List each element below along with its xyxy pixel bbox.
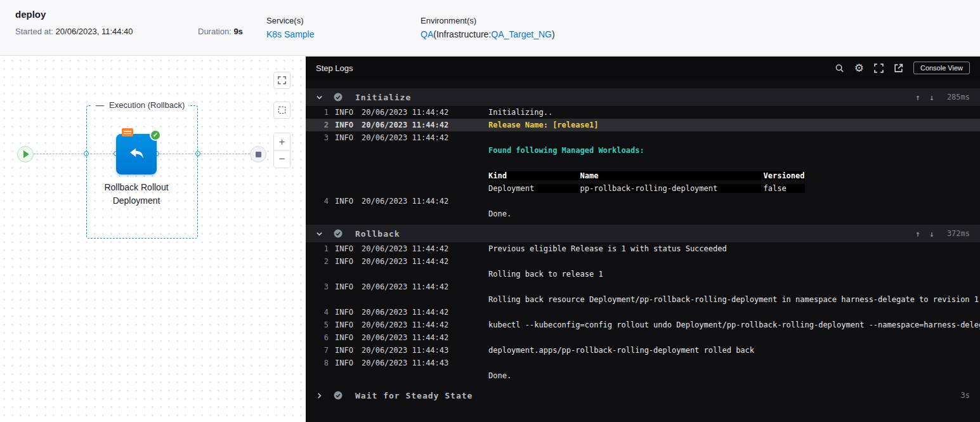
- success-check-icon: [334, 93, 343, 102]
- log-level: INFO: [335, 320, 362, 329]
- log-message: Done.: [488, 371, 511, 380]
- started-at-label: Started at:: [15, 27, 53, 36]
- log-message: Release Name: [release1]: [488, 121, 598, 129]
- pipeline-graph-canvas[interactable]: — Execution (Rollback) ✓ Rollback Rollou…: [0, 56, 306, 422]
- line-number: 3: [312, 282, 329, 291]
- log-line: 5INFO20/06/2023 11:44:42kubectl --kubeco…: [306, 319, 980, 331]
- console-actions: ⚙ Console View: [835, 62, 970, 75]
- log-timestamp: 20/06/2023 11:44:42: [362, 308, 488, 317]
- section-duration: 285ms: [943, 93, 970, 102]
- zoom-out-button[interactable]: −: [274, 150, 290, 168]
- section-header-right: 3s: [943, 391, 970, 400]
- scroll-to-bottom-icon[interactable]: ↓: [929, 229, 934, 239]
- line-number: 7: [312, 346, 329, 355]
- service-link[interactable]: K8s Sample: [266, 29, 314, 39]
- log-line: 3INFO20/06/2023 11:44:42: [306, 280, 980, 293]
- log-message: Kind Name Versioned: [488, 171, 805, 180]
- settings-gear-icon[interactable]: ⚙: [854, 62, 864, 75]
- log-level: INFO: [335, 244, 362, 253]
- log-line: 3INFO20/06/2023 11:44:42: [306, 131, 980, 144]
- log-timestamp: 20/06/2023 11:44:43: [362, 346, 488, 355]
- section-header-right: ↑↓372ms: [915, 229, 970, 239]
- log-line: 2INFO20/06/2023 11:44:42: [306, 255, 980, 268]
- line-number: 8: [312, 359, 329, 367]
- console-header: Step Logs ⚙ Console View: [306, 56, 980, 79]
- selection-tool-button[interactable]: [273, 102, 291, 119]
- log-line: Found following Managed Workloads:: [306, 144, 980, 157]
- log-line: Done.: [306, 208, 980, 220]
- step-success-badge: ✓: [150, 129, 161, 141]
- line-number: 6: [312, 333, 329, 342]
- console-view-button[interactable]: Console View: [913, 62, 970, 74]
- fit-to-screen-button[interactable]: [273, 72, 291, 89]
- log-line: Rolling back resource Deployment/pp-roll…: [306, 293, 980, 306]
- log-section-header-rollback[interactable]: Rollback↑↓372ms: [306, 225, 980, 242]
- started-at-value: 20/06/2023, 11:44:40: [56, 27, 133, 36]
- section-duration: 372ms: [943, 229, 970, 238]
- environments-block: Environment(s) QA(Infrastructure:QA_Targ…: [421, 16, 555, 39]
- success-check-icon: [334, 229, 343, 238]
- play-icon: [23, 150, 29, 158]
- success-check-icon: [334, 391, 343, 400]
- log-scroll-area[interactable]: Initialize↑↓285ms1INFO20/06/2023 11:44:4…: [306, 79, 980, 404]
- log-timestamp: 20/06/2023 11:44:42: [362, 108, 488, 117]
- log-timestamp: 20/06/2023 11:44:42: [362, 320, 488, 329]
- line-number: 2: [312, 121, 329, 129]
- log-line: 4INFO20/06/2023 11:44:42: [306, 195, 980, 208]
- log-line: Deployment pp-rollback-rolling-deploymen…: [306, 182, 980, 195]
- log-level: INFO: [335, 308, 362, 317]
- log-message: kubectl --kubeconfig=config rollout undo…: [488, 320, 980, 329]
- infrastructure-close-paren: ): [552, 29, 555, 39]
- environment-link[interactable]: QA: [421, 29, 433, 39]
- zoom-in-button[interactable]: +: [274, 133, 290, 150]
- pipeline-execution-screen: deploy Started at: 20/06/2023, 11:44:40 …: [0, 0, 980, 422]
- log-line: 8INFO20/06/2023 11:44:43: [306, 357, 980, 369]
- infrastructure-link[interactable]: QA_Target_NG: [491, 29, 552, 39]
- services-label: Service(s): [266, 16, 314, 25]
- log-level: INFO: [335, 257, 362, 266]
- fullscreen-icon[interactable]: [874, 63, 884, 73]
- log-line: 2INFO20/06/2023 11:44:42Release Name: [r…: [306, 119, 980, 131]
- duration: Duration: 9s: [198, 27, 243, 36]
- log-level: INFO: [335, 359, 362, 367]
- section-duration: 3s: [943, 391, 970, 400]
- chevron-right-icon[interactable]: [316, 392, 325, 399]
- log-level: INFO: [335, 197, 362, 206]
- log-level: INFO: [335, 346, 362, 355]
- scroll-to-top-icon[interactable]: ↑: [915, 93, 920, 102]
- log-section-header-wait-for-steady-state[interactable]: Wait for Steady State3s: [306, 386, 980, 404]
- log-level: INFO: [335, 282, 362, 291]
- log-line: 7INFO20/06/2023 11:44:43deployment.apps/…: [306, 344, 980, 357]
- log-line: 6INFO20/06/2023 11:44:42: [306, 331, 980, 344]
- group-label[interactable]: — Execution (Rollback): [92, 100, 188, 110]
- step-logs-console: Step Logs ⚙ Console View Initialize↑↓285…: [306, 56, 980, 422]
- environments-label: Environment(s): [421, 16, 555, 25]
- rollback-rollout-deployment-step[interactable]: ✓: [116, 134, 157, 175]
- pipeline-name: deploy: [15, 9, 46, 20]
- log-level: INFO: [335, 108, 362, 117]
- log-line: Rolling back to release 1: [306, 268, 980, 280]
- log-section-header-initialize[interactable]: Initialize↑↓285ms: [306, 88, 980, 106]
- section-title: Initialize: [355, 93, 411, 102]
- search-icon[interactable]: [835, 63, 844, 73]
- started-at: Started at: 20/06/2023, 11:44:40: [15, 27, 133, 36]
- open-in-new-icon[interactable]: [894, 63, 903, 73]
- scroll-to-top-icon[interactable]: ↑: [915, 229, 920, 239]
- log-line: Kind Name Versioned: [306, 169, 980, 182]
- line-number: 5: [312, 320, 329, 329]
- log-line: 4INFO20/06/2023 11:44:42: [306, 306, 980, 319]
- chevron-down-icon[interactable]: [316, 94, 325, 101]
- pipeline-start-node[interactable]: [17, 146, 34, 162]
- log-message: Found following Managed Workloads:: [488, 146, 644, 155]
- pipeline-end-node[interactable]: [250, 146, 266, 162]
- log-message: deployment.apps/pp-rollback-rolling-depl…: [488, 346, 754, 355]
- log-timestamp: 20/06/2023 11:44:42: [362, 333, 488, 342]
- collapse-group-icon[interactable]: —: [96, 100, 104, 110]
- log-section-initialize: Initialize↑↓285ms1INFO20/06/2023 11:44:4…: [306, 88, 980, 220]
- scroll-to-bottom-icon[interactable]: ↓: [929, 93, 934, 102]
- log-level: INFO: [335, 333, 362, 342]
- log-message: Rolling back resource Deployment/pp-roll…: [488, 295, 979, 304]
- log-message: Initializing..: [488, 108, 552, 117]
- log-level: INFO: [335, 133, 362, 142]
- chevron-down-icon[interactable]: [316, 230, 325, 237]
